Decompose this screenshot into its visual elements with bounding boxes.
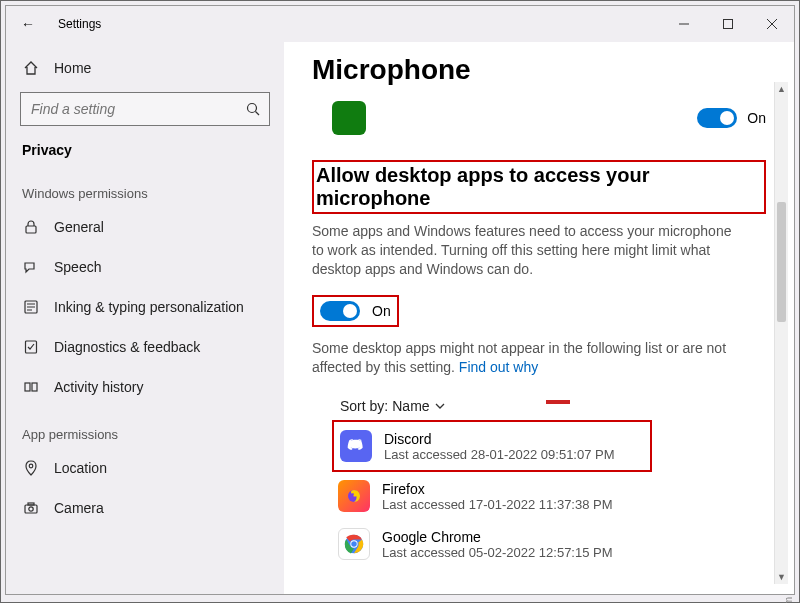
sidebar-item-general[interactable]: General [6, 207, 284, 247]
note-text: Some desktop apps might not appear in th… [312, 339, 732, 377]
sidebar-item-diagnostics[interactable]: Diagnostics & feedback [6, 327, 284, 367]
camera-icon [22, 500, 40, 516]
lock-icon [22, 219, 40, 235]
sidebar-item-inking[interactable]: Inking & typing personalization [6, 287, 284, 327]
prev-app-row: On [332, 100, 766, 136]
home-icon [22, 60, 40, 76]
svg-rect-17 [28, 503, 34, 505]
scroll-thumb[interactable] [777, 202, 786, 322]
prev-app-toggle-label: On [747, 110, 766, 126]
svg-rect-13 [32, 383, 37, 391]
section-heading: Allow desktop apps to access your microp… [312, 160, 766, 214]
scrollbar[interactable]: ▲ ▼ [774, 82, 788, 584]
svg-point-4 [248, 104, 257, 113]
main-panel: Microphone On Allow desktop apps to acce… [284, 42, 794, 594]
app-meta: Last accessed 28-01-2022 09:51:07 PM [384, 447, 615, 462]
search-input[interactable] [20, 92, 270, 126]
desktop-apps-toggle[interactable] [320, 301, 360, 321]
prev-app-toggle[interactable] [697, 108, 737, 128]
sidebar-item-label: Location [54, 460, 107, 476]
search-field[interactable] [31, 101, 245, 117]
svg-point-21 [351, 542, 357, 548]
sidebar-category: Privacy [6, 134, 284, 166]
app-name: Google Chrome [382, 529, 613, 545]
svg-point-14 [29, 464, 33, 468]
sidebar-item-camera[interactable]: Camera [6, 488, 284, 528]
svg-rect-12 [25, 383, 30, 391]
toggle-label: On [372, 303, 391, 319]
find-out-why-link[interactable]: Find out why [459, 359, 538, 375]
sidebar-group-windows-permissions: Windows permissions [6, 166, 284, 207]
close-button[interactable] [750, 9, 794, 39]
sidebar-item-label: Activity history [54, 379, 143, 395]
window-title: Settings [58, 17, 101, 31]
sidebar-item-label: Home [54, 60, 91, 76]
page-title: Microphone [312, 54, 766, 86]
firefox-icon [338, 480, 370, 512]
scroll-up-icon[interactable]: ▲ [775, 84, 788, 94]
app-name: Firefox [382, 481, 613, 497]
svg-line-5 [256, 112, 260, 116]
diagnostics-icon [22, 339, 40, 355]
sidebar-item-label: Camera [54, 500, 104, 516]
sidebar-item-activity[interactable]: Activity history [6, 367, 284, 407]
sidebar-group-app-permissions: App permissions [6, 407, 284, 448]
annotation-mark [546, 400, 570, 404]
desktop-apps-toggle-row: On [312, 295, 399, 327]
location-icon [22, 460, 40, 476]
scroll-down-icon[interactable]: ▼ [775, 572, 788, 582]
svg-rect-6 [26, 226, 36, 233]
svg-point-16 [29, 507, 33, 511]
discord-icon [340, 430, 372, 462]
app-item-discord[interactable]: Discord Last accessed 28-01-2022 09:51:0… [332, 420, 652, 472]
svg-rect-1 [724, 20, 733, 29]
activity-icon [22, 379, 40, 395]
app-meta: Last accessed 05-02-2022 12:57:15 PM [382, 545, 613, 560]
app-item-chrome[interactable]: Google Chrome Last accessed 05-02-2022 1… [332, 520, 766, 568]
app-meta: Last accessed 17-01-2022 11:37:38 PM [382, 497, 613, 512]
speech-icon [22, 259, 40, 275]
sidebar: Home Privacy Windows permissions General… [6, 42, 284, 594]
back-button[interactable]: ← [16, 16, 40, 32]
app-name: Discord [384, 431, 615, 447]
section-description: Some apps and Windows features need to a… [312, 222, 732, 279]
sidebar-item-label: Diagnostics & feedback [54, 339, 200, 355]
sidebar-item-label: Speech [54, 259, 101, 275]
titlebar: ← Settings [6, 6, 794, 42]
chevron-down-icon [434, 400, 446, 412]
sidebar-item-label: General [54, 219, 104, 235]
minimize-button[interactable] [662, 9, 706, 39]
sidebar-item-speech[interactable]: Speech [6, 247, 284, 287]
app-icon-xbox [332, 101, 366, 135]
app-item-firefox[interactable]: Firefox Last accessed 17-01-2022 11:37:3… [332, 472, 766, 520]
sidebar-item-home[interactable]: Home [6, 48, 284, 88]
watermark: wsxdn.com [783, 597, 794, 603]
maximize-button[interactable] [706, 9, 750, 39]
chrome-icon [338, 528, 370, 560]
search-icon [245, 101, 261, 117]
sidebar-item-label: Inking & typing personalization [54, 299, 244, 315]
inking-icon [22, 299, 40, 315]
sidebar-item-location[interactable]: Location [6, 448, 284, 488]
